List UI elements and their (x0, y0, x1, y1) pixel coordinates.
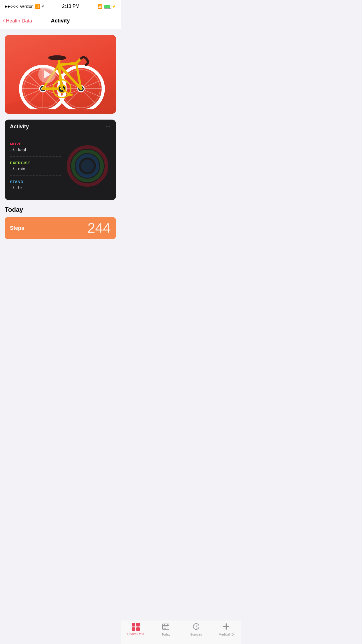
steps-value: 244 (87, 221, 111, 235)
steps-label: Steps (10, 225, 24, 231)
nav-bar: ‹ Health Data Activity (0, 13, 121, 29)
exercise-label: EXERCISE (10, 161, 61, 165)
steps-card[interactable]: Steps 244 (5, 217, 116, 239)
svg-point-31 (48, 55, 66, 60)
status-bar: Verizon 📶 ✳ 2:13 PM 📶 ⚡ (0, 0, 121, 13)
activity-card-body: MOVE --/-- kcal EXERCISE --/-- min STAND… (5, 133, 116, 200)
status-time: 2:13 PM (62, 4, 80, 9)
battery-icon (104, 5, 111, 8)
activity-rings (64, 138, 111, 194)
signal-dot-5 (16, 6, 18, 8)
charging-bolt: ⚡ (112, 5, 116, 8)
activity-card-header: Activity -- (5, 120, 116, 133)
signal-dot-4 (13, 6, 15, 8)
wifi-icon: 📶 (35, 4, 40, 9)
signal-dot-2 (8, 6, 10, 8)
signal-dot-1 (5, 6, 7, 8)
activity-card: Activity -- MOVE --/-- kcal EXERCISE --/… (5, 120, 116, 200)
back-chevron-icon: ‹ (3, 18, 5, 24)
today-header: Today (5, 206, 116, 214)
metric-move: MOVE --/-- kcal (10, 138, 61, 157)
stand-value: --/-- hr (10, 185, 61, 190)
back-label: Health Data (6, 18, 32, 24)
svg-line-26 (59, 63, 76, 65)
activity-banner[interactable] (5, 35, 116, 114)
metric-exercise: EXERCISE --/-- min (10, 157, 61, 176)
signal-dots (5, 6, 18, 8)
status-left: Verizon 📶 ✳ (5, 4, 44, 9)
activity-metrics: MOVE --/-- kcal EXERCISE --/-- min STAND… (10, 138, 61, 194)
stand-label: STAND (10, 180, 61, 184)
play-triangle-icon (44, 70, 51, 78)
metric-stand: STAND --/-- hr (10, 176, 61, 194)
today-section: Today Steps 244 (0, 206, 121, 239)
activity-spinner-icon: ✳ (41, 4, 44, 8)
activity-card-more[interactable]: -- (106, 124, 111, 130)
move-value: --/-- kcal (10, 147, 61, 152)
battery-container: ⚡ (104, 5, 116, 8)
battery-fill (104, 5, 110, 8)
activity-card-title: Activity (10, 124, 29, 130)
page-title: Activity (51, 18, 70, 24)
bluetooth-icon: 📶 (97, 4, 102, 9)
carrier-label: Verizon (20, 4, 34, 9)
rings-svg (66, 144, 109, 188)
main-content: Activity -- MOVE --/-- kcal EXERCISE --/… (0, 35, 121, 262)
play-button[interactable] (38, 66, 56, 83)
exercise-value: --/-- min (10, 166, 61, 171)
status-right: 📶 ⚡ (97, 4, 116, 9)
svg-point-38 (81, 160, 94, 172)
back-button[interactable]: ‹ Health Data (3, 18, 32, 24)
bicycle-illustration (11, 39, 110, 109)
signal-dot-3 (10, 6, 13, 8)
move-label: MOVE (10, 142, 61, 146)
